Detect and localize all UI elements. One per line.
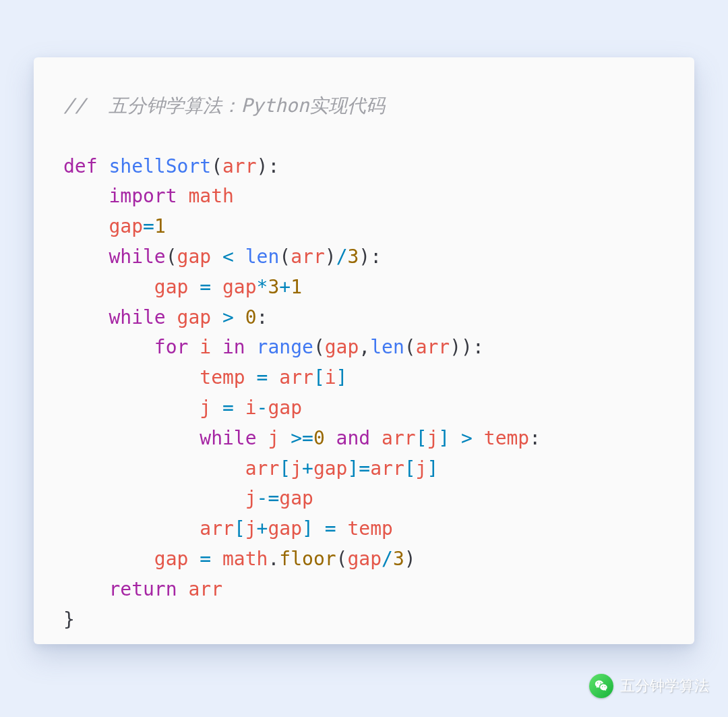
bracket-close: ] — [302, 517, 313, 540]
op-plus: + — [302, 457, 313, 480]
fn-len: len — [245, 246, 280, 268]
code-block: // 五分钟学算法：Python实现代码 def shellSort(arr):… — [63, 91, 665, 635]
paren-close: ) — [257, 155, 268, 177]
id-temp: temp — [484, 427, 529, 449]
kw-def: def — [63, 155, 98, 177]
id-j: j — [245, 517, 257, 540]
id-gap: gap — [279, 487, 313, 509]
kw-while: while — [200, 427, 256, 449]
id-j: j — [200, 397, 211, 419]
id-i: i — [245, 397, 257, 419]
op-mul: * — [257, 276, 268, 298]
op-eq: = — [222, 397, 234, 419]
bracket-open: [ — [234, 517, 245, 540]
num-0: 0 — [245, 306, 257, 328]
kw-for: for — [154, 336, 189, 358]
watermark-text: 五分钟学算法 — [620, 676, 709, 696]
op-eq: = — [200, 548, 211, 570]
id-arr: arr — [222, 155, 257, 177]
id-arr: arr — [188, 578, 222, 600]
id-arr: arr — [416, 336, 450, 358]
id-math: math — [188, 185, 233, 207]
paren-open: ( — [404, 336, 416, 358]
id-j: j — [416, 457, 427, 480]
wechat-icon — [589, 674, 613, 698]
op-eq: = — [200, 276, 211, 298]
brace-close: } — [63, 608, 75, 631]
num-3: 3 — [393, 548, 404, 570]
kw-in: in — [222, 336, 245, 358]
op-eq: = — [325, 517, 336, 540]
id-j: j — [245, 487, 257, 509]
num-0: 0 — [313, 427, 325, 449]
bracket-open: [ — [313, 366, 325, 389]
op-ge: >= — [291, 427, 313, 449]
kw-import: import — [109, 185, 177, 207]
op-mineq: -= — [257, 487, 280, 509]
op-div: / — [336, 246, 348, 268]
op-minus: - — [257, 397, 268, 419]
num-3: 3 — [347, 246, 359, 268]
op-lt: < — [222, 246, 234, 268]
id-math: math — [222, 548, 268, 570]
id-temp: temp — [347, 517, 392, 540]
id-gap: gap — [313, 457, 348, 480]
op-gt: > — [461, 427, 473, 449]
kw-while: while — [109, 246, 165, 268]
bracket-open: [ — [416, 427, 427, 449]
paren-open: ( — [313, 336, 325, 358]
id-gap: gap — [268, 517, 302, 540]
paren-open: ( — [166, 246, 177, 268]
paren-open: ( — [279, 246, 291, 268]
id-arr: arr — [279, 366, 313, 389]
attr-floor: floor — [279, 548, 336, 570]
kw-while: while — [109, 306, 165, 328]
paren-open: ( — [336, 548, 348, 570]
id-arr: arr — [200, 517, 234, 540]
paren-close: ) — [450, 336, 461, 358]
op-eq: = — [359, 457, 370, 480]
id-gap: gap — [268, 397, 302, 419]
colon: : — [529, 427, 541, 449]
fn-shellSort: shellSort — [109, 155, 211, 177]
id-gap: gap — [177, 306, 212, 328]
colon: : — [268, 155, 279, 177]
id-i: i — [200, 336, 211, 358]
bracket-open: [ — [404, 457, 416, 480]
bracket-open: [ — [279, 457, 291, 480]
colon: : — [473, 336, 484, 358]
id-arr: arr — [291, 246, 325, 268]
paren-close: ) — [404, 548, 416, 570]
kw-and: and — [336, 427, 371, 449]
id-gap: gap — [347, 548, 382, 570]
id-gap: gap — [325, 336, 359, 358]
num-1: 1 — [291, 276, 302, 298]
code-card: // 五分钟学算法：Python实现代码 def shellSort(arr):… — [34, 57, 694, 644]
id-j: j — [268, 427, 279, 449]
id-j: j — [427, 427, 438, 449]
op-eq: = — [257, 366, 268, 389]
comma: , — [359, 336, 370, 358]
bracket-close: ] — [427, 457, 438, 480]
id-arr: arr — [245, 457, 280, 480]
id-temp: temp — [200, 366, 245, 389]
paren-close: ) — [325, 246, 336, 268]
bracket-close: ] — [347, 457, 359, 480]
num-1: 1 — [154, 215, 166, 237]
id-gap: gap — [154, 548, 189, 570]
paren-open: ( — [211, 155, 222, 177]
op-plus: + — [257, 517, 268, 540]
op-div: / — [382, 548, 393, 570]
bracket-close: ] — [336, 366, 348, 389]
bracket-close: ] — [438, 427, 450, 449]
fn-len: len — [370, 336, 404, 358]
watermark: 五分钟学算法 — [589, 674, 709, 698]
id-gap: gap — [154, 276, 189, 298]
dot: . — [268, 548, 279, 570]
id-arr: arr — [382, 427, 416, 449]
op-plus: + — [279, 276, 291, 298]
code-comment: // 五分钟学算法：Python实现代码 — [63, 94, 385, 117]
id-gap: gap — [109, 215, 143, 237]
op-gt: > — [222, 306, 234, 328]
id-gap: gap — [222, 276, 257, 298]
